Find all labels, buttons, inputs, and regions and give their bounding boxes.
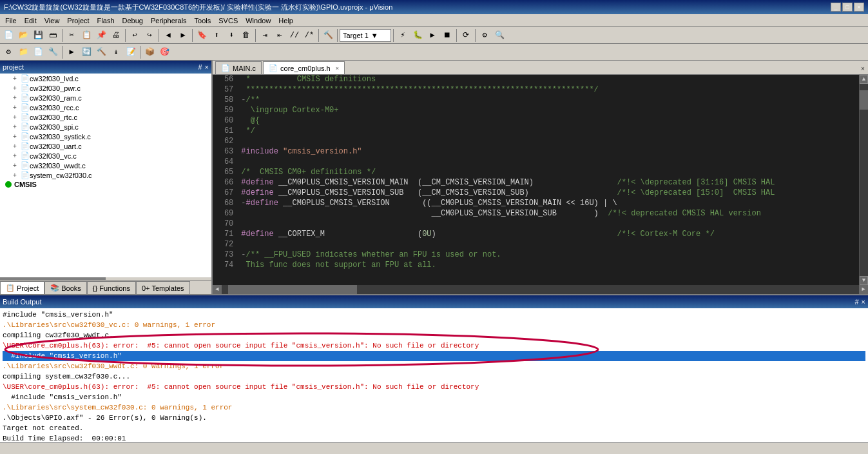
print-button[interactable]: 🖨 [109, 28, 123, 43]
editor-hscrollbar[interactable]: ◄ ► [213, 285, 868, 294]
pack-installer-btn[interactable]: 📦 [142, 45, 157, 59]
tab-core-cm0plus[interactable]: 📄 core_cm0plus.h × [263, 61, 345, 74]
tree-item-wwdt[interactable]: + 📄 cw32f030_wwdt.c [0, 161, 211, 170]
tree-item-rcc[interactable]: + 📄 cw32f030_rcc.c [0, 103, 211, 112]
hscroll-thumb[interactable] [228, 285, 357, 294]
paste-button[interactable]: 📌 [94, 28, 108, 43]
editor-vscrollbar[interactable]: ▲ ▼ [859, 75, 868, 285]
tab-main-c[interactable]: 📄 MAIN.c [215, 61, 262, 74]
minimize-button[interactable]: _ [831, 3, 841, 12]
code-scroll-area[interactable]: 56 * CMSIS definitions 57 **************… [213, 75, 859, 285]
scroll-up-button[interactable]: ▲ [860, 75, 868, 84]
build-target-btn[interactable]: ▶ [64, 45, 79, 59]
scroll-down-button[interactable]: ▼ [860, 276, 868, 285]
tab-project[interactable]: 📋 Project [0, 281, 44, 294]
hscroll-track[interactable] [222, 285, 859, 294]
save-all-button[interactable]: 🗃 [46, 28, 60, 43]
translate-btn[interactable]: 📝 [124, 45, 138, 59]
close-all-tabs-button[interactable]: × [858, 64, 868, 74]
redo-button[interactable]: ↪ [142, 28, 157, 43]
undo-button[interactable]: ↩ [128, 28, 142, 43]
menu-window[interactable]: Window [242, 16, 275, 25]
tree-item-rtc[interactable]: + 📄 cw32f030_rtc.c [0, 112, 211, 122]
bookmark-button[interactable]: 🔖 [195, 28, 209, 43]
menu-help[interactable]: Help [275, 16, 297, 25]
tree-item-cmsis[interactable]: CMSIS [0, 180, 211, 189]
core-tab-label: core_cm0plus.h [280, 64, 331, 72]
menu-flash[interactable]: Flash [93, 16, 119, 25]
tree-item-system[interactable]: + 📄 system_cw32f030.c [0, 170, 211, 180]
scroll-track[interactable] [860, 84, 868, 276]
tree-item-pwr[interactable]: + 📄 cw32f030_pwr.c [0, 83, 211, 93]
menu-svcs[interactable]: SVCS [215, 16, 242, 25]
menu-bar: File Edit View Project Flash Debug Perip… [0, 14, 868, 27]
menu-tools[interactable]: Tools [191, 16, 215, 25]
fold-58[interactable]: 58 [224, 95, 233, 104]
project-pin-icon[interactable]: # [198, 63, 202, 71]
uncomment-button[interactable]: /* [302, 28, 316, 43]
copy-button[interactable]: 📋 [79, 28, 93, 43]
tree-item-spi[interactable]: + 📄 cw32f030_spi.c [0, 122, 211, 132]
maximize-button[interactable]: □ [842, 3, 853, 12]
tree-item-systick[interactable]: + 📄 cw32f030_systick.c [0, 132, 211, 141]
menu-peripherals[interactable]: Peripherals [147, 16, 191, 25]
build-all-button[interactable]: 🔨 [321, 28, 335, 43]
new-file-button[interactable]: 📄 [1, 28, 15, 43]
add-file-btn[interactable]: 📄 [31, 45, 45, 59]
project-tree[interactable]: + 📄 cw32f030_lvd.c + 📄 cw32f030_pwr.c + … [0, 74, 211, 277]
build-pin-icon[interactable]: # [854, 298, 858, 306]
fold-73[interactable]: 73 [224, 250, 233, 259]
scroll-left-button[interactable]: ◄ [213, 285, 222, 294]
bookmark-next[interactable]: ⬇ [224, 28, 238, 43]
menu-debug[interactable]: Debug [119, 16, 147, 25]
tab-books[interactable]: 📚 Books [44, 281, 87, 294]
search-button[interactable]: 🔍 [492, 28, 506, 43]
debug-button[interactable]: 🐛 [410, 28, 425, 43]
new-group-btn[interactable]: 📁 [16, 45, 30, 59]
open-file-button[interactable]: 📂 [16, 28, 30, 43]
project-close-icon[interactable]: × [205, 63, 209, 71]
target-dropdown[interactable]: Target 1 ▼ [340, 29, 391, 42]
fold-68[interactable]: 68 [224, 199, 233, 208]
build-content[interactable]: #include "cmsis_version.h" .\Libraries\s… [0, 308, 868, 442]
build-close-icon[interactable]: × [862, 298, 865, 306]
cut-button[interactable]: ✂ [64, 28, 79, 43]
scroll-thumb[interactable] [860, 90, 868, 110]
menu-file[interactable]: File [1, 16, 21, 25]
menu-project[interactable]: Project [63, 16, 93, 25]
build-btn[interactable]: 🔨 [94, 45, 108, 59]
project-settings-btn[interactable]: ⚙ [1, 45, 15, 59]
bookmark-prev[interactable]: ⬆ [209, 28, 224, 43]
tree-item-vc[interactable]: + 📄 cw32f030_vc.c [0, 151, 211, 161]
scroll-right-button[interactable]: ► [859, 285, 868, 294]
run-button[interactable]: ▶ [425, 28, 439, 43]
stop-button[interactable]: ⏹ [440, 28, 454, 43]
menu-edit[interactable]: Edit [21, 16, 41, 25]
load-button[interactable]: ⚡ [396, 28, 410, 43]
code-row-73: 73 -/** __FPU_USED indicates whether an … [213, 250, 859, 261]
save-button[interactable]: 💾 [31, 28, 45, 43]
tree-item-lvd[interactable]: + 📄 cw32f030_lvd.c [0, 74, 211, 83]
select-target-btn[interactable]: 🎯 [157, 45, 171, 59]
rebuild-btn[interactable]: 🔄 [79, 45, 93, 59]
code-editor[interactable]: 56 * CMSIS definitions 57 **************… [213, 75, 868, 285]
core-tab-close[interactable]: × [336, 65, 339, 72]
tree-item-uart[interactable]: + 📄 cw32f030_uart.c [0, 141, 211, 151]
build-line-5[interactable]: #include "cmsis_version.h" [3, 351, 865, 361]
settings-button[interactable]: ⚙ [477, 28, 492, 43]
indent-button[interactable]: ⇥ [258, 28, 272, 43]
close-button[interactable]: × [854, 3, 864, 12]
menu-view[interactable]: View [41, 16, 64, 25]
run-to-cursor-btn[interactable]: ↡ [109, 45, 123, 59]
tree-item-ram[interactable]: + 📄 cw32f030_ram.c [0, 93, 211, 103]
reset-button[interactable]: ⟳ [459, 28, 473, 43]
next-button[interactable]: ▶ [176, 28, 190, 43]
bookmark-clear[interactable]: 🗑 [239, 28, 253, 43]
tab-templates[interactable]: 0+ Templates [136, 281, 190, 294]
scroll-thumb[interactable] [0, 277, 106, 280]
comment-button[interactable]: // [287, 28, 302, 43]
outdent-button[interactable]: ⇤ [273, 28, 287, 43]
prev-button[interactable]: ◀ [161, 28, 175, 43]
manage-btn[interactable]: 🔧 [46, 45, 60, 59]
tab-functions[interactable]: {} Functions [87, 281, 136, 294]
